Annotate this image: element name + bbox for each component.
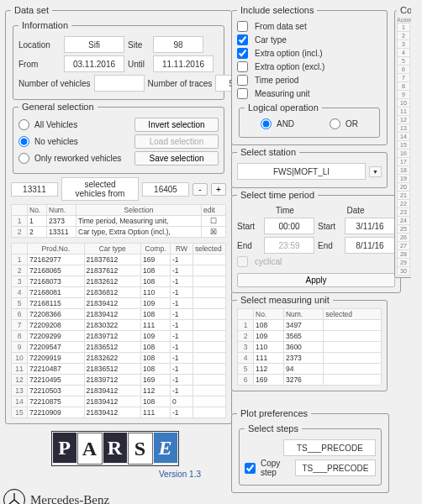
info-legend: Information [18,20,71,30]
gensel-group: General selection All Vehicles Invert se… [13,102,224,174]
date-end-input[interactable]: 8/11/16 [345,237,395,254]
copy-step-check[interactable]: Copy step [245,459,292,477]
time-check[interactable]: Time period [237,75,382,86]
date-header: Date [336,206,375,215]
invert-button[interactable]: Invert selection [135,118,219,132]
until-label: Until [128,60,150,69]
steps-legend: Select steps [245,423,302,433]
con-group: Con Ausw 1234567891011121314151617181920… [394,5,411,278]
or-radio[interactable]: OR [330,118,358,129]
dataset-legend: Data set [11,5,52,15]
end-label-1: End [237,241,261,250]
vehicle-row[interactable]: 27216806521837612108-1 [12,265,226,276]
station-select[interactable]: FWS|MOFT_LI [237,163,366,180]
vehicle-row[interactable]: 97220954721836512108-1 [12,342,226,353]
load-button[interactable]: Load selection [135,134,219,149]
mu-group: Select measuring unit No. Num. selected … [231,295,388,391]
info-group: Information Location Sifi Site 98 From 0… [13,20,224,100]
vehicle-row[interactable]: 127221049521839712169-1 [12,375,226,386]
from-value: 03.11.2016 [64,55,124,72]
minus-button[interactable]: - [193,183,208,196]
include-legend: Include selections [237,5,317,15]
sel-total: 16405 [142,182,189,197]
vehicle-row[interactable]: 137221050321839412112-1 [12,386,226,396]
mu-row[interactable]: 41112373 [238,353,382,364]
vehicle-row[interactable]: 77220920821830322111-1 [12,320,226,331]
from-ds-check[interactable]: From data set [237,21,382,32]
vehicle-row[interactable]: 107220991921832622108-1 [12,353,226,364]
mu-row[interactable]: 31103600 [238,342,382,353]
location-value: Sifi [64,36,124,53]
vehicle-row[interactable]: 117221048721836512108-1 [12,364,226,375]
vehicle-row[interactable]: 57216811521839412109-1 [12,298,226,309]
mercedes-logo: Mercedes-Benz [3,489,109,504]
nveh-value [94,75,145,92]
station-legend: Select station [237,147,299,157]
con-legend: Con [397,5,411,15]
sel-count: 13311 [11,182,58,197]
vehicle-row[interactable]: 1472210875218394121080 [12,396,226,407]
time-start-input[interactable]: 00:00 [264,218,314,234]
vehicle-table: Prod.No. Car type Comp. RW selected 1721… [11,243,226,418]
plot-group: Plot preferences Select steps TS___PRECO… [231,408,389,493]
and-radio[interactable]: AND [261,118,294,129]
until-value: 11.11.2016 [153,55,214,72]
rework-radio[interactable]: Only reworked vehicles [18,153,131,164]
ntraces-label: Number of traces [148,79,213,88]
include-group: Include selections From data set Car typ… [231,5,388,145]
date-start-input[interactable]: 3/11/16 [345,218,395,234]
parse-logo: P A R S E [51,431,179,466]
all-vehicles-radio[interactable]: All Vehicles [18,119,131,130]
selection-table: No. Num. Selection edit 112373Time perio… [11,204,226,238]
plus-button[interactable]: + [211,183,226,196]
site-value: 98 [153,36,203,53]
vehicle-row[interactable]: 157221090921839412111-1 [12,407,226,418]
no-vehicles-radio[interactable]: No vehicles [18,136,131,147]
vehicle-row[interactable]: 67220836621839412108-1 [12,309,226,320]
cyclical-check[interactable]: cyclical [237,256,395,267]
apply-button[interactable]: Apply [237,273,395,287]
dataset-group: Data set Information Location Sifi Site … [5,5,232,424]
extra-incl-check[interactable]: Extra option (incl.) [237,48,382,59]
vehicle-row[interactable]: 47216808121836812110-1 [12,287,226,298]
mu-row[interactable]: 11083497 [238,320,382,331]
start-label-2: Start [318,222,341,231]
start-label-1: Start [237,222,261,231]
side-table: 1234567891011121314151617181920212223242… [397,23,410,276]
star-icon [3,489,25,504]
location-label: Location [18,40,61,50]
selection-row[interactable]: 2213311Car type, Extra Option (incl.),☒ [12,227,226,238]
extra-excl-check[interactable]: Extra option (excl.) [237,61,382,72]
vehicle-row[interactable]: 37216807321832612108-1 [12,276,226,287]
plot-legend: Plot preferences [237,408,311,418]
ts2-value[interactable]: TS___PRECODE [295,459,377,476]
station-group: Select station FWS|MOFT_LI ▼ [231,147,388,188]
timeperiod-group: Select time period Time Date Start 00:00… [231,190,401,293]
vehicle-row[interactable]: 17216297721837612169-1 [12,255,226,265]
logical-group: Logical operation AND OR [239,102,380,138]
timeperiod-legend: Select time period [237,190,318,200]
car-type-check[interactable]: Car type [237,34,382,45]
mu-table: No. Num. selected 1108349721093565311036… [237,308,382,386]
ts1-value[interactable]: TS___PRECODE [283,439,376,456]
site-label: Site [128,40,150,50]
chevron-down-icon[interactable]: ▼ [369,166,382,177]
mu-row[interactable]: 21093565 [238,331,382,342]
selection-row[interactable]: 112373Time period, Measuring unit,☐ [12,216,226,227]
sel-label: selected vehicles from [61,177,139,201]
mu-check[interactable]: Measuring unit [237,88,382,99]
from-label: From [18,60,61,69]
mu-legend: Select measuring unit [237,295,333,305]
time-header: Time [266,206,304,215]
version-label: Version 1.3 [159,470,201,479]
auswa-label: Ausw [397,17,411,23]
vehicle-row[interactable]: 87220929921839712109-1 [12,331,226,342]
logical-legend: Logical operation [245,102,322,113]
end-label-2: End [318,241,341,250]
mu-row[interactable]: 511294 [238,364,382,375]
steps-group: Select steps TS___PRECODE Copy step TS__… [239,423,382,486]
nveh-label: Number of vehicles [18,79,91,88]
time-end-input[interactable]: 23:59 [264,237,314,254]
save-button[interactable]: Save selection [135,151,219,165]
mu-row[interactable]: 61693276 [238,375,382,386]
